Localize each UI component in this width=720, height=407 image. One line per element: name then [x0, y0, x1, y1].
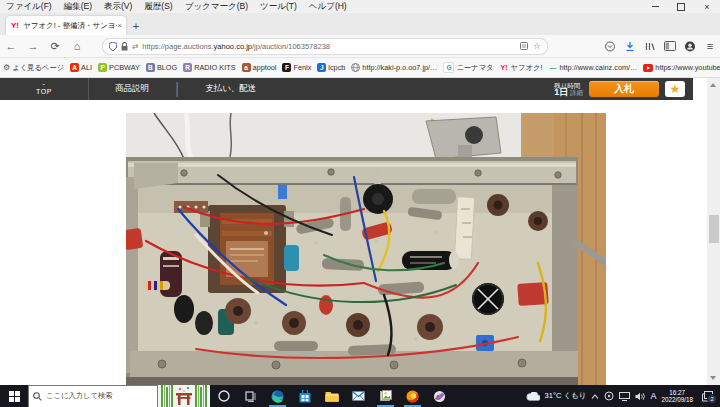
- nav-item-payment-shipping[interactable]: 支払い、配送: [179, 83, 282, 95]
- auction-item-photo: [126, 113, 606, 385]
- minimize-button[interactable]: [642, 0, 668, 13]
- url-bar[interactable]: ⇄ https://page.auctions.yahoo.co.jp/jp/a…: [102, 38, 548, 55]
- photos-app-button[interactable]: [372, 385, 399, 407]
- menu-help[interactable]: ヘルプ(H): [303, 1, 353, 13]
- pcbway-favicon-icon: P: [98, 63, 107, 72]
- bookmark-cainz[interactable]: —http://www.cainz.com/…: [548, 63, 637, 72]
- menu-view[interactable]: 表示(V): [98, 1, 138, 13]
- mail-icon: [352, 391, 365, 401]
- close-button[interactable]: ×: [694, 0, 720, 13]
- reload-button[interactable]: ⟳: [44, 40, 66, 53]
- menu-bar: ファイル(F) 編集(E) 表示(V) 履歴(S) ブックマーク(B) ツール(…: [0, 0, 720, 13]
- weather-temp[interactable]: 31°C くもり: [545, 391, 587, 401]
- pocket-icon[interactable]: [600, 41, 620, 52]
- account-icon[interactable]: [680, 41, 700, 52]
- cainz-favicon-icon: —: [548, 63, 557, 72]
- file-explorer-button[interactable]: [318, 385, 345, 407]
- scrollbar-thumb[interactable]: [709, 215, 719, 243]
- search-highlight-widget[interactable]: [158, 385, 210, 407]
- windows-logo-icon: [9, 391, 20, 402]
- youtube-icon: [643, 64, 653, 72]
- bookmark-kaki[interactable]: http://kaki-p.o.oo7.jp/…: [351, 63, 437, 72]
- auction-nav-bar: ˆ TOP 商品説明 | 支払い、配送 残り時間 1日 詳細 入札 ★: [0, 78, 693, 100]
- menu-edit[interactable]: 編集(E): [58, 1, 98, 13]
- bookmark-lcpcb[interactable]: Jlcpcb: [317, 63, 345, 72]
- scroll-up-icon[interactable]: [710, 83, 716, 87]
- file-explorer-icon: [325, 391, 339, 402]
- taskbar-search-input[interactable]: ここに入力して検索: [28, 385, 158, 407]
- bookmark-google[interactable]: Gニーナマタ: [443, 62, 493, 73]
- taskbar-clock[interactable]: 16:27 2022/09/18: [661, 389, 693, 403]
- tab-active[interactable]: Y! ヤフオク! - 整備済・サンヨー製 真空 ×: [6, 16, 126, 35]
- start-button[interactable]: [0, 385, 28, 407]
- globe-icon: [351, 63, 360, 72]
- bookmark-pcbway[interactable]: PPCBWAY: [98, 63, 140, 72]
- minimize-icon: [652, 6, 659, 7]
- page-scrollbar[interactable]: [707, 78, 720, 385]
- app-menu-icon[interactable]: ≡: [700, 40, 720, 52]
- menu-history[interactable]: 履歴(S): [138, 1, 178, 13]
- action-center-button[interactable]: 2: [698, 387, 716, 405]
- edge-app-button[interactable]: [264, 385, 291, 407]
- bookmark-apptool[interactable]: aapptool: [242, 63, 277, 72]
- forward-button[interactable]: →: [22, 40, 44, 52]
- home-button[interactable]: ⌂: [66, 40, 88, 52]
- bookmark-ali[interactable]: AALI: [70, 63, 92, 72]
- search-icon: [33, 392, 42, 401]
- scroll-down-icon[interactable]: [710, 376, 716, 380]
- watchlist-star-button[interactable]: ★: [665, 81, 685, 97]
- restore-icon: [677, 3, 685, 11]
- reader-mode-icon[interactable]: [520, 42, 528, 50]
- screen: ファイル(F) 編集(E) 表示(V) 履歴(S) ブックマーク(B) ツール(…: [0, 0, 720, 407]
- back-button[interactable]: ←: [0, 40, 22, 52]
- bookmark-blog[interactable]: BBLOG: [146, 63, 177, 72]
- back-to-top-button[interactable]: ˆ TOP: [0, 78, 89, 100]
- restore-button[interactable]: [668, 0, 694, 13]
- bookmark-radio-kits[interactable]: RRADIO KITS: [183, 63, 235, 72]
- bookmark-frequent[interactable]: ⚙よく見るページ: [3, 63, 64, 73]
- bookmark-star-icon[interactable]: ☆: [533, 41, 541, 51]
- tray-volume-icon[interactable]: [635, 392, 645, 401]
- mail-app-button[interactable]: [345, 385, 372, 407]
- tray-onedrive-icon[interactable]: [604, 391, 614, 401]
- new-tab-button[interactable]: +: [126, 16, 146, 35]
- tray-expand-icon[interactable]: [591, 394, 599, 399]
- cortana-button[interactable]: [210, 385, 237, 407]
- sidebar-icon[interactable]: [660, 41, 680, 51]
- radio-kits-favicon-icon: R: [183, 63, 192, 72]
- clock-date: 2022/09/18: [661, 396, 693, 403]
- menu-file[interactable]: ファイル(F): [0, 1, 58, 13]
- task-view-icon: [245, 390, 257, 402]
- downloads-icon[interactable]: [620, 41, 640, 52]
- store-app-button[interactable]: [291, 385, 318, 407]
- bookmark-yahoo-auction[interactable]: Y!ヤフオク!: [500, 63, 543, 73]
- bid-button[interactable]: 入札: [589, 81, 659, 97]
- remaining-time-block: 残り時間 1日 詳細: [554, 82, 583, 96]
- bookmark-fenix[interactable]: FFenix: [282, 63, 311, 72]
- ali-favicon-icon: A: [70, 63, 79, 72]
- ime-indicator[interactable]: A: [650, 391, 656, 401]
- navigation-bar: ← → ⟳ ⌂ ⇄ https://page.auctions.yahoo.co…: [0, 35, 720, 58]
- shield-icon[interactable]: [109, 42, 117, 51]
- lock-icon[interactable]: [121, 42, 128, 51]
- weather-cloud-icon[interactable]: [526, 392, 540, 401]
- store-icon: [299, 390, 311, 403]
- tray-display-icon[interactable]: [619, 392, 630, 401]
- paint3d-icon: [433, 390, 446, 403]
- library-icon[interactable]: [640, 41, 660, 52]
- tracking-toggle-icon[interactable]: ⇄: [132, 42, 138, 51]
- paint3d-app-button[interactable]: [426, 385, 453, 407]
- task-view-button[interactable]: [237, 385, 264, 407]
- bookmark-youtube[interactable]: https://www.youtube.c…: [643, 63, 720, 72]
- firefox-icon: [406, 390, 419, 403]
- nav-item-description[interactable]: 商品説明: [89, 83, 175, 95]
- taskbar: ここに入力して検索: [0, 385, 720, 407]
- menu-tools[interactable]: ツール(T): [254, 1, 303, 13]
- edge-icon: [271, 390, 284, 403]
- yahoo-favicon-icon: Y!: [500, 63, 509, 72]
- menu-bookmarks[interactable]: ブックマーク(B): [179, 1, 254, 13]
- detail-link[interactable]: 詳細: [570, 89, 583, 96]
- firefox-app-button[interactable]: [399, 385, 426, 407]
- blog-favicon-icon: B: [146, 63, 155, 72]
- tab-close-icon[interactable]: ×: [117, 21, 122, 30]
